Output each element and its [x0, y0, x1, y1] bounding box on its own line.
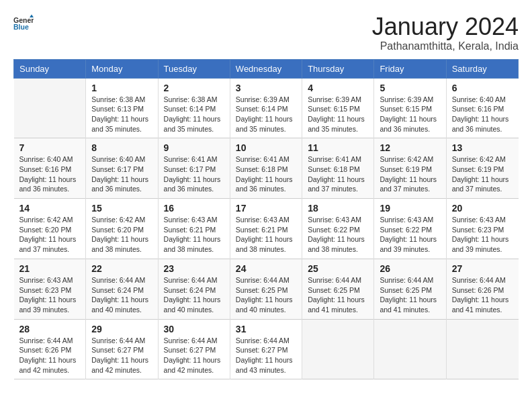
- header-cell-wednesday: Wednesday: [230, 59, 302, 78]
- calendar-cell: 26Sunrise: 6:44 AM Sunset: 6:25 PM Dayli…: [374, 259, 446, 319]
- calendar-header: SundayMondayTuesdayWednesdayThursdayFrid…: [14, 59, 519, 78]
- week-row-1: 1Sunrise: 6:38 AM Sunset: 6:13 PM Daylig…: [14, 78, 519, 138]
- day-number: 31: [236, 324, 296, 334]
- day-number: 20: [452, 203, 513, 214]
- calendar-cell: 12Sunrise: 6:42 AM Sunset: 6:19 PM Dayli…: [374, 138, 446, 199]
- day-info: Sunrise: 6:43 AM Sunset: 6:22 PM Dayligh…: [308, 215, 368, 255]
- calendar-cell: 6Sunrise: 6:40 AM Sunset: 6:16 PM Daylig…: [446, 78, 518, 138]
- day-number: 6: [452, 83, 513, 93]
- day-info: Sunrise: 6:39 AM Sunset: 6:15 PM Dayligh…: [380, 95, 440, 134]
- day-info: Sunrise: 6:42 AM Sunset: 6:20 PM Dayligh…: [91, 215, 152, 255]
- day-info: Sunrise: 6:38 AM Sunset: 6:13 PM Dayligh…: [91, 95, 152, 134]
- calendar-cell: 24Sunrise: 6:44 AM Sunset: 6:25 PM Dayli…: [230, 259, 302, 319]
- calendar-cell: 7Sunrise: 6:40 AM Sunset: 6:16 PM Daylig…: [14, 138, 86, 199]
- day-info: Sunrise: 6:39 AM Sunset: 6:14 PM Dayligh…: [236, 95, 296, 134]
- calendar-cell: [374, 319, 446, 379]
- day-info: Sunrise: 6:43 AM Sunset: 6:23 PM Dayligh…: [19, 275, 81, 315]
- day-info: Sunrise: 6:44 AM Sunset: 6:24 PM Dayligh…: [91, 275, 152, 315]
- day-info: Sunrise: 6:43 AM Sunset: 6:23 PM Dayligh…: [452, 215, 513, 255]
- location-title: Pathanamthitta, Kerala, India: [372, 40, 519, 52]
- calendar-cell: 29Sunrise: 6:44 AM Sunset: 6:27 PM Dayli…: [86, 319, 158, 379]
- calendar-cell: 30Sunrise: 6:44 AM Sunset: 6:27 PM Dayli…: [158, 319, 230, 379]
- day-number: 10: [236, 142, 296, 153]
- day-number: 21: [19, 263, 81, 274]
- day-info: Sunrise: 6:44 AM Sunset: 6:27 PM Dayligh…: [91, 336, 152, 375]
- header-cell-monday: Monday: [86, 59, 158, 78]
- calendar-body: 1Sunrise: 6:38 AM Sunset: 6:13 PM Daylig…: [14, 78, 519, 379]
- calendar-cell: 18Sunrise: 6:43 AM Sunset: 6:22 PM Dayli…: [302, 199, 374, 259]
- day-number: 12: [380, 142, 440, 153]
- calendar-cell: 2Sunrise: 6:38 AM Sunset: 6:14 PM Daylig…: [158, 78, 230, 138]
- calendar-cell: 22Sunrise: 6:44 AM Sunset: 6:24 PM Dayli…: [86, 259, 158, 319]
- day-info: Sunrise: 6:40 AM Sunset: 6:17 PM Dayligh…: [91, 154, 152, 194]
- day-info: Sunrise: 6:42 AM Sunset: 6:19 PM Dayligh…: [452, 154, 513, 194]
- svg-text:Blue: Blue: [13, 23, 29, 31]
- header-cell-friday: Friday: [374, 59, 446, 78]
- calendar-cell: 4Sunrise: 6:39 AM Sunset: 6:15 PM Daylig…: [302, 78, 374, 138]
- day-info: Sunrise: 6:44 AM Sunset: 6:26 PM Dayligh…: [19, 336, 81, 375]
- title-area: January 2024 Pathanamthitta, Kerala, Ind…: [372, 13, 519, 52]
- calendar-cell: [446, 319, 518, 379]
- day-number: 2: [164, 83, 224, 93]
- day-number: 28: [19, 324, 81, 334]
- day-number: 9: [164, 142, 224, 153]
- day-info: Sunrise: 6:39 AM Sunset: 6:15 PM Dayligh…: [308, 95, 368, 134]
- calendar-cell: 11Sunrise: 6:41 AM Sunset: 6:18 PM Dayli…: [302, 138, 374, 199]
- page-header: General Blue January 2024 Pathanamthitta…: [13, 13, 519, 52]
- day-info: Sunrise: 6:41 AM Sunset: 6:18 PM Dayligh…: [308, 154, 368, 194]
- day-number: 19: [380, 203, 440, 214]
- day-number: 18: [308, 203, 368, 214]
- day-number: 13: [452, 142, 513, 153]
- day-number: 1: [91, 83, 152, 93]
- day-info: Sunrise: 6:44 AM Sunset: 6:25 PM Dayligh…: [380, 275, 440, 315]
- day-number: 23: [164, 263, 224, 274]
- day-info: Sunrise: 6:44 AM Sunset: 6:26 PM Dayligh…: [452, 275, 513, 315]
- header-cell-sunday: Sunday: [14, 59, 86, 78]
- day-number: 11: [308, 142, 368, 153]
- header-row: SundayMondayTuesdayWednesdayThursdayFrid…: [14, 59, 519, 78]
- calendar-cell: 8Sunrise: 6:40 AM Sunset: 6:17 PM Daylig…: [86, 138, 158, 199]
- day-number: 7: [19, 142, 81, 153]
- day-info: Sunrise: 6:43 AM Sunset: 6:22 PM Dayligh…: [380, 215, 440, 255]
- calendar-cell: 19Sunrise: 6:43 AM Sunset: 6:22 PM Dayli…: [374, 199, 446, 259]
- day-info: Sunrise: 6:42 AM Sunset: 6:20 PM Dayligh…: [19, 215, 81, 255]
- calendar-cell: 31Sunrise: 6:44 AM Sunset: 6:27 PM Dayli…: [230, 319, 302, 379]
- day-number: 24: [236, 263, 296, 274]
- day-number: 3: [236, 83, 296, 93]
- day-info: Sunrise: 6:40 AM Sunset: 6:16 PM Dayligh…: [19, 154, 81, 194]
- calendar-cell: 1Sunrise: 6:38 AM Sunset: 6:13 PM Daylig…: [86, 78, 158, 138]
- day-number: 22: [91, 263, 152, 274]
- day-number: 26: [380, 263, 440, 274]
- day-number: 25: [308, 263, 368, 274]
- calendar-cell: 17Sunrise: 6:43 AM Sunset: 6:21 PM Dayli…: [230, 199, 302, 259]
- logo-icon: General Blue: [13, 13, 34, 34]
- day-number: 4: [308, 83, 368, 93]
- day-info: Sunrise: 6:41 AM Sunset: 6:18 PM Dayligh…: [236, 154, 296, 194]
- day-info: Sunrise: 6:43 AM Sunset: 6:21 PM Dayligh…: [164, 215, 224, 255]
- calendar-cell: 20Sunrise: 6:43 AM Sunset: 6:23 PM Dayli…: [446, 199, 518, 259]
- header-cell-saturday: Saturday: [446, 59, 518, 78]
- calendar-cell: 27Sunrise: 6:44 AM Sunset: 6:26 PM Dayli…: [446, 259, 518, 319]
- day-info: Sunrise: 6:38 AM Sunset: 6:14 PM Dayligh…: [164, 95, 224, 134]
- week-row-5: 28Sunrise: 6:44 AM Sunset: 6:26 PM Dayli…: [14, 319, 519, 379]
- day-number: 8: [91, 142, 152, 153]
- calendar-cell: 21Sunrise: 6:43 AM Sunset: 6:23 PM Dayli…: [14, 259, 86, 319]
- calendar-cell: 9Sunrise: 6:41 AM Sunset: 6:17 PM Daylig…: [158, 138, 230, 199]
- logo: General Blue: [13, 13, 34, 34]
- month-title: January 2024: [372, 13, 519, 40]
- day-number: 29: [91, 324, 152, 334]
- day-number: 27: [452, 263, 513, 274]
- calendar-cell: 13Sunrise: 6:42 AM Sunset: 6:19 PM Dayli…: [446, 138, 518, 199]
- calendar-cell: 23Sunrise: 6:44 AM Sunset: 6:24 PM Dayli…: [158, 259, 230, 319]
- day-info: Sunrise: 6:41 AM Sunset: 6:17 PM Dayligh…: [164, 154, 224, 194]
- header-cell-tuesday: Tuesday: [158, 59, 230, 78]
- day-info: Sunrise: 6:44 AM Sunset: 6:27 PM Dayligh…: [164, 336, 224, 375]
- calendar-cell: 28Sunrise: 6:44 AM Sunset: 6:26 PM Dayli…: [14, 319, 86, 379]
- calendar-cell: [302, 319, 374, 379]
- calendar-cell: 5Sunrise: 6:39 AM Sunset: 6:15 PM Daylig…: [374, 78, 446, 138]
- day-info: Sunrise: 6:40 AM Sunset: 6:16 PM Dayligh…: [452, 95, 513, 134]
- calendar-cell: [14, 78, 86, 138]
- calendar-cell: 10Sunrise: 6:41 AM Sunset: 6:18 PM Dayli…: [230, 138, 302, 199]
- day-number: 14: [19, 203, 81, 214]
- header-cell-thursday: Thursday: [302, 59, 374, 78]
